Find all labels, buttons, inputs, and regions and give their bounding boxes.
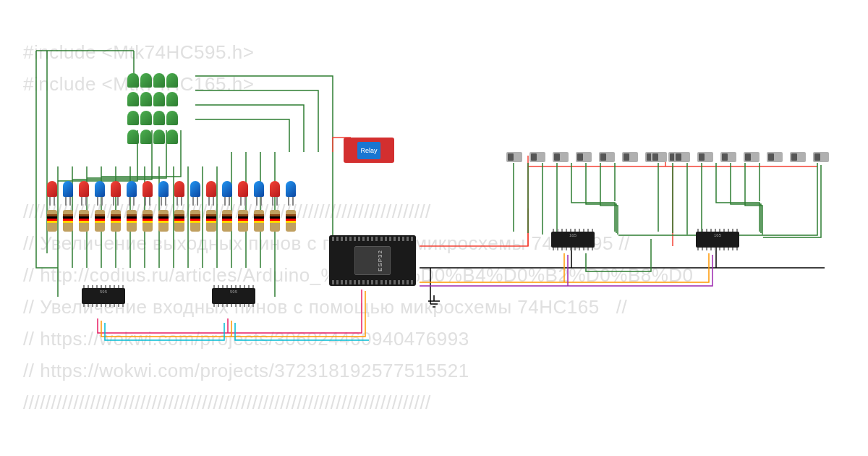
grid-led [140,92,152,106]
slide-switch [553,152,569,162]
resistor [270,210,280,232]
indicator-led-blue [286,181,296,197]
grid-led [166,92,178,106]
ic-74hc165-2: 165 [696,232,739,248]
indicator-led-blue [158,181,169,197]
grid-led [153,130,165,144]
grid-led [153,92,165,106]
grid-led [127,73,139,88]
ground-symbol [427,295,441,313]
slide-switch [529,152,545,162]
ic-74hc595-2: 595 [212,288,255,304]
esp32-devkit: ESP32 [329,235,416,286]
indicator-led-blue [95,181,105,197]
slide-switch [744,152,760,162]
grid-led [127,92,139,106]
indicator-led-blue [63,181,73,197]
indicator-led-blue [222,181,232,197]
slide-switch [767,152,783,162]
indicator-led-red [206,181,216,197]
resistor [47,210,57,232]
esp32-label: ESP32 [378,250,384,271]
slide-switch [790,152,806,162]
resistor [222,210,232,232]
indicator-led-red [142,181,153,197]
slide-switch [720,152,736,162]
switch-row-right [651,152,829,162]
grid-led [140,73,152,88]
indicator-led-red [270,181,280,197]
indicator-led-red [111,181,121,197]
resistor [206,210,216,232]
resistor [254,210,264,232]
resistor [79,210,89,232]
indicator-led-blue [127,181,137,197]
indicator-led-blue [254,181,264,197]
grid-led [153,73,165,88]
resistor [63,210,73,232]
slide-switch [599,152,615,162]
resistor [111,210,121,232]
indicator-led-red [47,181,57,197]
indicator-led-red [174,181,184,197]
slide-switch [674,152,690,162]
resistor [95,210,105,232]
resistor [158,210,169,232]
relay-label: Relay [357,142,380,159]
relay-module: Relay [344,138,394,163]
grid-led [166,111,178,125]
indicator-led-red [79,181,89,197]
resistor [174,210,184,232]
slide-switch [622,152,638,162]
resistor [142,210,153,232]
led-grid-4x4 [127,72,179,148]
grid-led [140,130,152,144]
resistor-row [47,210,296,232]
slide-switch [697,152,713,162]
indicator-led-red [238,181,248,197]
ic-74hc595-1: 595 [82,288,125,304]
resistor [127,210,137,232]
grid-led [127,130,139,144]
grid-led [166,130,178,144]
ic-74hc165-1: 165 [551,232,595,248]
resistor [190,210,200,232]
slide-switch [813,152,829,162]
grid-led [140,111,152,125]
grid-led [153,111,165,125]
resistor [238,210,248,232]
slide-switch [651,152,667,162]
slide-switch [576,152,592,162]
slide-switch [506,152,522,162]
indicator-led-blue [190,181,200,197]
resistor [286,210,296,232]
grid-led [166,73,178,88]
led-row-16 [47,181,296,197]
grid-led [127,111,139,125]
